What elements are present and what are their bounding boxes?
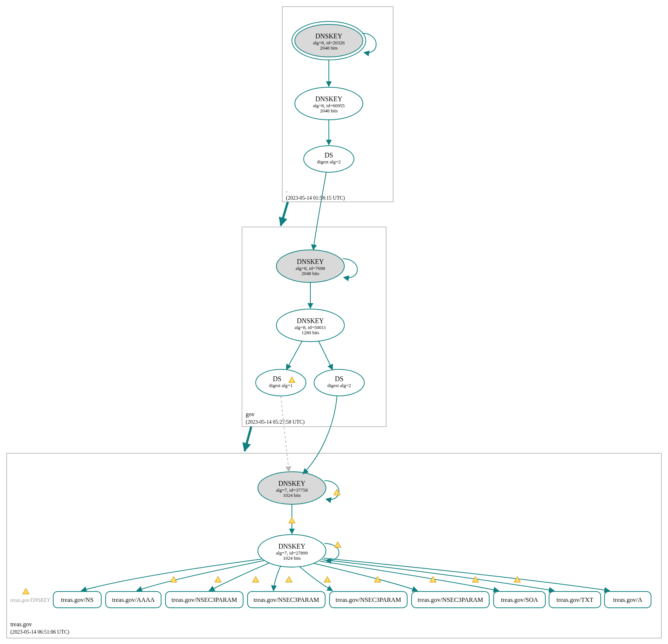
svg-text:DNSKEY: DNSKEY	[278, 543, 305, 550]
svg-text:alg=7, id=27899: alg=7, id=27899	[276, 550, 308, 556]
warning-icon	[252, 576, 259, 582]
root-ds: DS digest alg=2	[304, 146, 354, 172]
root-zsk: DNSKEY alg=8, id=60955 2048 bits	[295, 87, 363, 120]
zone-root-ts: (2023-05-14 01:58:15 UTC)	[286, 195, 345, 201]
rr-soa: treas.gov/SOA	[494, 592, 545, 608]
svg-text:treas.gov/DNSKEY: treas.gov/DNSKEY	[10, 597, 51, 603]
svg-text:alg=8, id=7698: alg=8, id=7698	[296, 265, 325, 271]
warning-icon	[289, 517, 295, 523]
svg-text:1024 bits: 1024 bits	[283, 492, 301, 498]
svg-text:treas.gov/SOA: treas.gov/SOA	[501, 596, 538, 603]
gov-ds1: DS digest alg=1	[256, 369, 306, 396]
svg-text:DS: DS	[273, 375, 281, 383]
svg-text:DNSKEY: DNSKEY	[297, 317, 324, 325]
svg-text:treas.gov/AAAA: treas.gov/AAAA	[112, 596, 155, 603]
gov-ksk: DNSKEY alg=8, id=7698 2048 bits	[276, 250, 344, 282]
rr-ns: treas.gov/NS	[53, 592, 101, 608]
warning-icon	[170, 576, 177, 582]
svg-text:treas.gov/NSEC3PARAM: treas.gov/NSEC3PARAM	[171, 596, 237, 603]
warning-icon	[324, 576, 331, 582]
warning-icon	[215, 576, 221, 582]
treas-ksk: DNSKEY alg=7, id=37758 1024 bits	[258, 472, 326, 504]
svg-text:(2023-05-14 06:51:06 UTC): (2023-05-14 06:51:06 UTC)	[10, 629, 69, 635]
rr-nsec3-1: treas.gov/NSEC3PARAM	[166, 592, 243, 608]
svg-text:2048 bits: 2048 bits	[320, 45, 338, 51]
svg-text:alg=8, id=50011: alg=8, id=50011	[294, 325, 326, 330]
svg-text:DS: DS	[324, 152, 333, 159]
zone-gov-label: gov	[246, 411, 255, 418]
svg-text:treas.gov/TXT: treas.gov/TXT	[556, 596, 593, 603]
zone-treas-label: treas.gov	[10, 621, 32, 628]
rr-nsec3-4: treas.gov/NSEC3PARAM	[412, 592, 489, 608]
svg-text:2048 bits: 2048 bits	[320, 108, 338, 113]
warning-icon	[286, 576, 292, 582]
rr-aaaa: treas.gov/AAAA	[106, 592, 161, 608]
svg-text:treas.gov/NS: treas.gov/NS	[61, 596, 93, 603]
treas-zsk: DNSKEY alg=7, id=27899 1024 bits	[258, 535, 326, 567]
svg-text:DNSKEY: DNSKEY	[315, 95, 342, 103]
svg-text:alg=8, id=60955: alg=8, id=60955	[313, 103, 345, 108]
svg-text:(2023-05-14 05:27:58 UTC): (2023-05-14 05:27:58 UTC)	[246, 419, 305, 425]
svg-text:digest alg=2: digest alg=2	[327, 383, 351, 388]
svg-text:treas.gov/NSEC3PARAM: treas.gov/NSEC3PARAM	[335, 596, 401, 603]
svg-text:DNSKEY: DNSKEY	[278, 480, 305, 487]
svg-text:alg=8, id=20326: alg=8, id=20326	[313, 40, 345, 45]
root-ksk: DNSKEY alg=8, id=20326 2048 bits	[292, 21, 366, 60]
svg-text:treas.gov/A: treas.gov/A	[613, 596, 643, 603]
zone-root-label: .	[286, 187, 287, 193]
rr-nsec3-3: treas.gov/NSEC3PARAM	[330, 592, 407, 608]
warning-icon	[334, 542, 341, 548]
gov-ds2: DS digest alg=2	[314, 369, 364, 396]
rr-txt: treas.gov/TXT	[549, 592, 601, 608]
svg-text:DS: DS	[335, 375, 343, 383]
gov-zsk: DNSKEY alg=8, id=50011 1280 bits	[276, 309, 344, 342]
svg-text:2048 bits: 2048 bits	[301, 271, 319, 276]
svg-text:DNSKEY: DNSKEY	[297, 258, 324, 265]
svg-text:digest alg=2: digest alg=2	[317, 159, 341, 165]
warning-icon	[23, 588, 29, 594]
svg-text:alg=7, id=37758: alg=7, id=37758	[276, 487, 308, 493]
svg-text:digest alg=1: digest alg=1	[269, 383, 293, 388]
dnssec-graph: ! . (2023-05-14 01:58:15 UTC) DNSKEY alg…	[0, 0, 668, 644]
rr-nsec3-2: treas.gov/NSEC3PARAM	[248, 592, 325, 608]
svg-text:1280 bits: 1280 bits	[301, 330, 319, 335]
svg-text:treas.gov/NSEC3PARAM: treas.gov/NSEC3PARAM	[253, 596, 319, 603]
treas-dnskey-grey: treas.gov/DNSKEY	[10, 588, 51, 603]
rr-a: treas.gov/A	[604, 592, 651, 608]
svg-text:treas.gov/NSEC3PARAM: treas.gov/NSEC3PARAM	[418, 596, 483, 603]
svg-text:1024 bits: 1024 bits	[283, 555, 301, 561]
svg-text:DNSKEY: DNSKEY	[315, 33, 342, 40]
